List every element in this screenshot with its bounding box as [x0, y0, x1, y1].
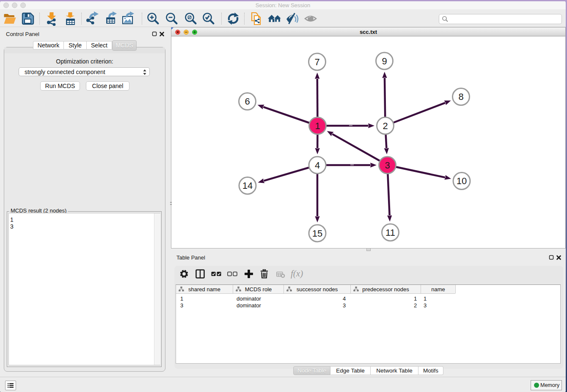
- svg-text:14: 14: [242, 180, 253, 191]
- svg-text:9: 9: [382, 56, 387, 66]
- svg-text:4: 4: [315, 160, 320, 171]
- svg-text:7: 7: [314, 57, 319, 67]
- svg-text:11: 11: [385, 227, 395, 238]
- svg-text:3: 3: [385, 160, 390, 171]
- svg-text:15: 15: [312, 228, 322, 239]
- svg-text:2: 2: [383, 121, 388, 131]
- svg-text:10: 10: [457, 176, 467, 186]
- svg-text:6: 6: [245, 96, 250, 107]
- svg-text:1: 1: [315, 121, 320, 131]
- svg-text:8: 8: [458, 91, 463, 102]
